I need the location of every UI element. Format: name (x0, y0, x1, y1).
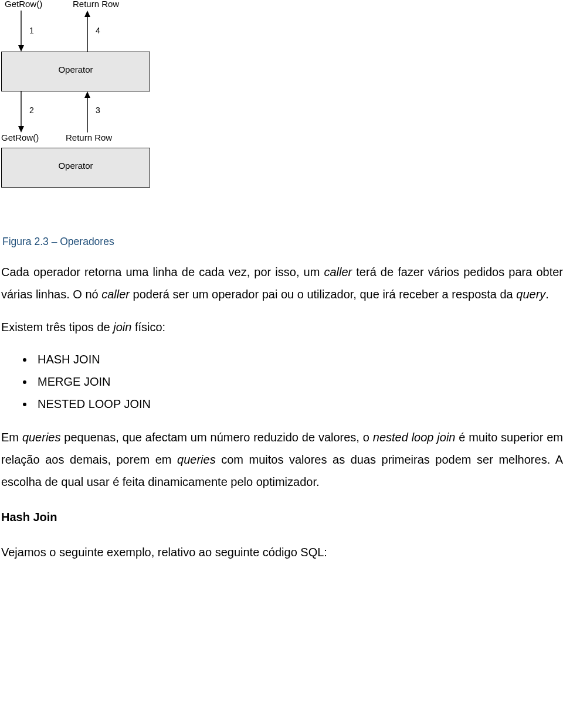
flow-step-3: 3 (96, 106, 100, 115)
svg-marker-7 (84, 91, 90, 98)
section-heading-hash-join: Hash Join (1, 506, 563, 528)
body-paragraph-1: Cada operador retorna uma linha de cada … (1, 261, 563, 305)
operator-box-2: Operator (1, 148, 150, 188)
body-paragraph-4: Vejamos o seguinte exemplo, relativo ao … (1, 541, 563, 563)
join-type-list: HASH JOIN MERGE JOIN NESTED LOOP JOIN (34, 349, 563, 414)
list-item: MERGE JOIN (34, 371, 563, 392)
label-getrow-mid: GetRow() (1, 132, 39, 142)
list-item: HASH JOIN (34, 349, 563, 370)
svg-marker-3 (84, 11, 90, 17)
flow-step-2: 2 (29, 106, 34, 115)
svg-marker-5 (18, 126, 24, 132)
operator-flow-diagram: GetRow() Return Row 1 4 Operator 2 3 Get… (1, 0, 154, 205)
figure-caption: Figura 2.3 – Operadores (2, 236, 562, 248)
body-paragraph-2: Existem três tipos de join físico: (1, 316, 563, 338)
label-returnrow-mid: Return Row (66, 132, 112, 142)
svg-marker-1 (18, 45, 24, 52)
body-paragraph-3: Em queries pequenas, que afectam um núme… (1, 426, 563, 493)
list-item: NESTED LOOP JOIN (34, 393, 563, 414)
operator-box-1: Operator (1, 52, 150, 91)
